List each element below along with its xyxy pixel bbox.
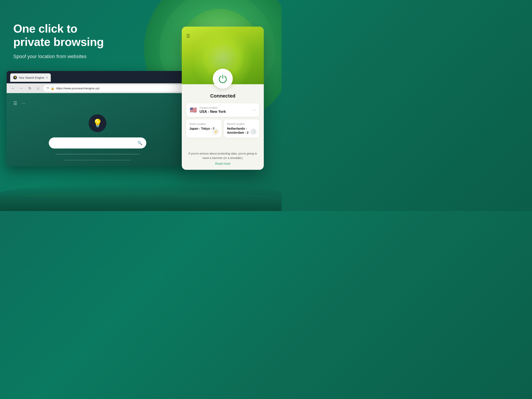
current-location-type: Current Location: [200, 106, 250, 109]
url-text: https://www.yoursearchengine.xyz: [56, 87, 100, 90]
current-location-card[interactable]: 🇺🇸 Current Location USA - New York ···: [186, 103, 259, 117]
logo-lightbulb-icon: 💡: [93, 119, 103, 128]
hero-title: One click to private browsing: [13, 22, 115, 49]
recent-location-type: Recent Location: [227, 123, 256, 125]
current-location-name: USA - New York: [200, 110, 250, 114]
vpn-power-button[interactable]: [213, 69, 233, 89]
forward-button[interactable]: →: [18, 85, 24, 91]
vpn-header: ☰: [182, 27, 264, 84]
browser-mockup: Your Search Engine × ← → ↻ ⌂ 🛡 🔒 https:/…: [7, 71, 188, 166]
footer-text: If you're serious about protecting data,…: [186, 151, 259, 160]
tab-label: Your Search Engine: [19, 76, 44, 79]
hero-subtitle: Spoof your location from websites: [13, 53, 115, 60]
shield-icon: 🛡: [46, 87, 49, 90]
divider-2: [64, 160, 131, 160]
vpn-menu-icon[interactable]: ☰: [186, 33, 190, 38]
search-input[interactable]: [53, 137, 135, 149]
browser-menu-bar: ☰ ···: [13, 100, 182, 107]
home-button[interactable]: ⌂: [35, 85, 41, 91]
vpn-body: Connected 🇺🇸 Current Location USA - New …: [182, 84, 264, 146]
dots-menu-icon[interactable]: ···: [22, 101, 25, 106]
power-symbol-icon: [218, 74, 228, 83]
browser-toolbar: ← → ↻ ⌂ 🛡 🔒 https://www.yoursearchengine…: [7, 83, 188, 93]
bg-wave: [0, 184, 282, 211]
current-location-info: Current Location USA - New York: [200, 106, 250, 114]
search-icon[interactable]: 🔍: [137, 140, 142, 146]
more-options-button[interactable]: ···: [253, 108, 256, 112]
recent-location-card[interactable]: Recent Location Netherlands - Amsterdam …: [224, 120, 259, 138]
divider-1: [55, 154, 140, 154]
usa-flag-icon: 🇺🇸: [190, 107, 197, 114]
lightning-icon: ⚡: [214, 130, 218, 133]
hamburger-icon[interactable]: ☰: [13, 101, 17, 106]
tab-close-button[interactable]: ×: [46, 76, 48, 79]
refresh-button[interactable]: ↻: [27, 85, 33, 91]
vpn-panel: ☰ Connected 🇺🇸 Current Location USA - Ne…: [182, 27, 264, 170]
lock-icon: 🔒: [51, 87, 54, 90]
clock-icon: 🕐: [252, 130, 255, 133]
connected-status: Connected: [186, 93, 259, 99]
address-bar[interactable]: 🛡 🔒 https://www.yoursearchengine.xyz: [44, 85, 185, 92]
browser-logo: 💡: [89, 114, 106, 132]
smart-location-type: Smart Location: [189, 123, 219, 125]
back-button[interactable]: ←: [10, 85, 16, 91]
browser-titlebar: Your Search Engine ×: [7, 71, 188, 83]
browser-tab[interactable]: Your Search Engine ×: [10, 73, 51, 82]
hero-section: One click to private browsing Spoof your…: [13, 22, 115, 60]
smart-location-action-icon[interactable]: ⚡: [212, 128, 219, 135]
read-more-link[interactable]: Read more: [186, 162, 259, 165]
browser-search-bar[interactable]: 🔍: [49, 137, 146, 149]
vpn-footer: If you're serious about protecting data,…: [182, 148, 264, 170]
location-cards-row: Smart Location Japan - Tokyo - 2 ⚡ Recen…: [186, 120, 259, 138]
browser-content: ☰ ··· 💡 🔍: [7, 93, 188, 166]
smart-location-card[interactable]: Smart Location Japan - Tokyo - 2 ⚡: [186, 120, 222, 138]
tab-favicon: [13, 76, 17, 79]
